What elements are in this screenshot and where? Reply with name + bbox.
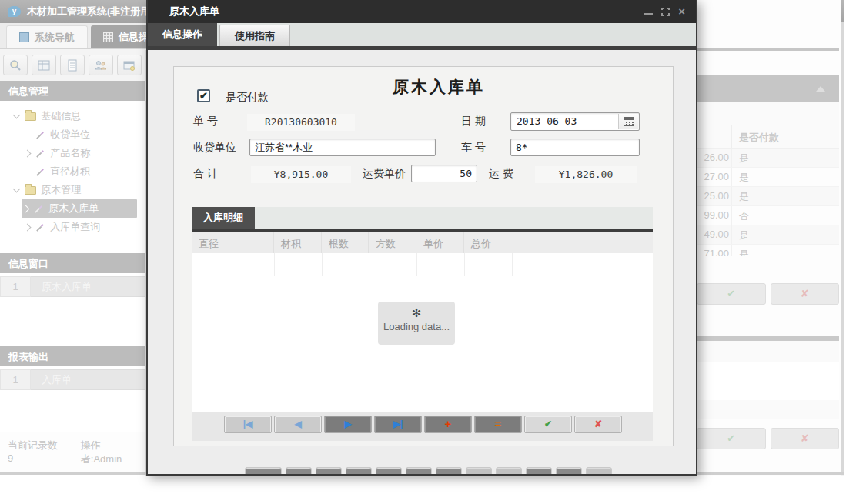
cell-amount: 49.00 — [697, 229, 729, 240]
loading-text: Loading data... — [378, 321, 455, 332]
cancel-record-button[interactable]: ✘ — [574, 416, 622, 433]
tree-item-receiver[interactable]: 收贷单位 — [0, 125, 145, 144]
truck-no-input[interactable]: 8* — [510, 139, 640, 156]
insert-record-button[interactable]: + — [424, 416, 472, 433]
receiver-input[interactable]: 江苏省**木业 — [249, 139, 436, 156]
toolbar-button[interactable] — [245, 467, 282, 476]
tree-item-log-entry[interactable]: 原木入库单 — [22, 199, 137, 218]
toolbar-button[interactable] — [556, 467, 582, 476]
maximize-icon[interactable] — [661, 8, 670, 16]
minimize-icon[interactable] — [644, 13, 653, 15]
tab-system-nav-label: 系统导航 — [35, 31, 75, 45]
cancel-button[interactable]: ✘ — [771, 428, 840, 449]
table-row[interactable]: 99.00否 — [697, 206, 839, 225]
toolbar-button[interactable] — [316, 467, 342, 476]
toolbar-button[interactable] — [376, 467, 402, 476]
col-diameter[interactable]: 直径 — [192, 232, 274, 253]
col-count[interactable]: 根数 — [322, 232, 369, 253]
cell-paid: 否 — [739, 209, 749, 223]
col-cubic[interactable]: 方数 — [369, 232, 416, 253]
chevron-down-icon[interactable] — [13, 112, 21, 119]
date-field[interactable]: 2013-06-03 — [510, 112, 640, 131]
cancel-button[interactable]: ✘ — [771, 283, 840, 305]
date-value[interactable]: 2013-06-03 — [517, 115, 577, 127]
prior-record-button[interactable]: ◀ — [274, 416, 322, 433]
cell-paid: 是 — [739, 248, 749, 256]
toolbar-button[interactable] — [436, 467, 462, 476]
toolbar-button[interactable] — [466, 467, 492, 476]
tree-node-log-mgmt[interactable]: 原木管理 — [0, 181, 145, 199]
first-record-button[interactable]: |◀ — [224, 416, 272, 433]
calendar-icon — [624, 117, 634, 126]
chevron-right-icon[interactable] — [24, 149, 32, 157]
table-button[interactable] — [32, 55, 56, 75]
collapsible-panel-header[interactable] — [697, 75, 839, 102]
chevron-right-icon[interactable] — [22, 205, 30, 212]
paid-checkbox-label: 是否付款 — [226, 91, 269, 105]
list-index: 1 — [0, 276, 31, 297]
tree-item-diameter[interactable]: 直径材积 — [0, 162, 145, 181]
panel-strip — [697, 102, 839, 125]
last-record-button[interactable]: ▶| — [374, 416, 422, 433]
window-button[interactable] — [117, 55, 142, 75]
tree-item-entry-query[interactable]: 入库单查询 — [0, 218, 145, 236]
form-icon — [35, 222, 45, 232]
users-icon — [95, 59, 107, 72]
document-button[interactable] — [60, 55, 85, 75]
order-no-value: R20130603010 — [247, 114, 355, 131]
post-record-button[interactable]: ✔ — [524, 416, 572, 433]
confirm-button[interactable]: ✔ — [697, 428, 766, 449]
report-list-item[interactable]: 1 入库单 — [0, 369, 145, 390]
close-icon[interactable]: × — [678, 6, 685, 17]
tab-system-nav[interactable]: 系统导航 — [6, 25, 88, 48]
date-picker-button[interactable] — [618, 114, 638, 129]
toolbar-button[interactable] — [286, 467, 312, 476]
cell-paid: 是 — [739, 190, 749, 204]
tab-entry-detail[interactable]: 入库明细 — [192, 207, 255, 229]
toolbar-button[interactable] — [346, 467, 372, 476]
cell-amount: 27.00 — [697, 171, 729, 182]
freight-price-input[interactable]: 50 — [411, 165, 477, 182]
tree-item-product[interactable]: 产品名称 — [0, 144, 145, 162]
col-paid-header: 是否付款 — [739, 131, 779, 145]
col-unit-price[interactable]: 单价 — [416, 232, 464, 253]
table-row[interactable]: 27.00是 — [697, 168, 839, 187]
dialog-titlebar[interactable]: 原木入库单 × — [148, 0, 696, 23]
divider — [697, 48, 839, 51]
paid-checkbox[interactable]: ✔ — [197, 89, 210, 102]
users-button[interactable] — [89, 55, 113, 75]
tree-node-base-info[interactable]: 基础信息 — [0, 107, 145, 125]
toolbar-button[interactable] — [406, 467, 432, 476]
tab-user-guide[interactable]: 使用指南 — [219, 25, 290, 46]
delete-record-button[interactable]: = — [474, 416, 522, 433]
next-record-button[interactable]: ▶ — [324, 416, 372, 433]
cell-paid: 是 — [739, 171, 749, 185]
table-row[interactable]: 25.00是 — [697, 187, 839, 206]
cell-paid: 是 — [739, 152, 749, 165]
freight-label: 运 费 — [489, 167, 513, 181]
detail-tabbar: 入库明细 — [192, 207, 653, 229]
toolbar-button[interactable] — [526, 467, 552, 476]
toolbar-button[interactable] — [496, 467, 522, 476]
freight-value: ¥1,826.00 — [535, 166, 637, 183]
bg-confirm-row: ✔ ✘ — [697, 283, 839, 305]
toolbar-button[interactable] — [586, 467, 612, 476]
tab-info-ops[interactable]: 信息操作 — [148, 23, 217, 46]
collapse-up-icon[interactable] — [816, 86, 825, 92]
tree-label: 直径材积 — [50, 165, 90, 179]
col-volume[interactable]: 材积 — [274, 232, 322, 253]
col-total-price[interactable]: 总价 — [464, 232, 512, 253]
loading-indicator: ✻ Loading data... — [378, 302, 455, 345]
detail-table-header: 直径 材积 根数 方数 单价 总价 — [192, 232, 653, 253]
confirm-button[interactable]: ✔ — [697, 283, 766, 305]
table-row[interactable]: 49.00是 — [697, 225, 839, 245]
chevron-down-icon[interactable] — [13, 185, 21, 193]
record-count: 当前记录数 9 — [8, 439, 62, 466]
window-list-item[interactable]: 1 原木入库单 — [0, 276, 145, 297]
square-icon — [19, 32, 29, 42]
table-row[interactable]: 71.00是 — [697, 245, 839, 256]
search-button[interactable] — [3, 55, 28, 75]
table-row[interactable]: 26.00是 — [697, 149, 839, 168]
section-reports: 报表输出 — [0, 346, 145, 366]
chevron-right-icon[interactable] — [24, 223, 32, 231]
